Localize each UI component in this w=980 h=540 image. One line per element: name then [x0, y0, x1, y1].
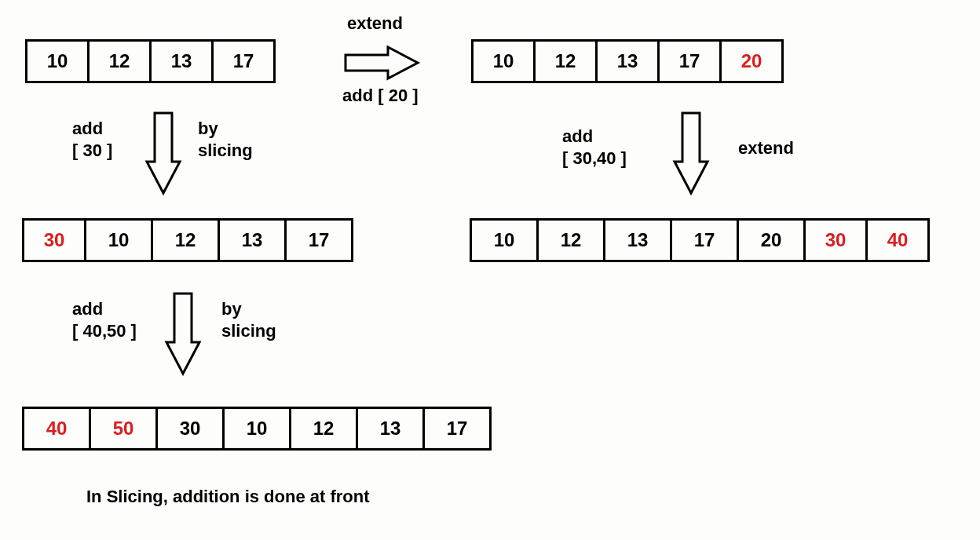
cell-new: 50: [89, 407, 158, 451]
cell: 17: [211, 39, 276, 83]
array-slice-4050: 40 50 30 10 12 13 17: [22, 407, 492, 451]
array-initial: 10 12 13 17: [25, 39, 276, 83]
cell: 30: [155, 407, 225, 451]
array-extend-3040: 10 12 13 17 20 30 40: [470, 218, 930, 262]
cell-new: 20: [719, 39, 784, 83]
svg-marker-2: [675, 113, 708, 193]
arrow-down-icon: [144, 110, 183, 196]
array-slice-30: 30 10 12 13 17: [22, 218, 353, 262]
cell: 13: [603, 218, 672, 262]
cell: 17: [422, 407, 492, 451]
cell: 10: [222, 407, 291, 451]
cell: 13: [356, 407, 425, 451]
cell: 12: [87, 39, 152, 83]
label-add-20: add [ 20 ]: [342, 85, 419, 107]
caption: In Slicing, addition is done at front: [86, 487, 370, 507]
cell: 13: [218, 218, 287, 262]
cell: 20: [737, 218, 806, 262]
cell-new: 30: [803, 218, 868, 262]
cell: 12: [536, 218, 605, 262]
arrow-down-icon: [671, 110, 711, 196]
arrow-down-icon: [163, 290, 203, 377]
cell: 17: [670, 218, 739, 262]
cell: 12: [533, 39, 598, 83]
cell: 13: [595, 39, 660, 83]
label-add-3040: add [ 30,40 ]: [562, 126, 627, 169]
cell: 17: [657, 39, 722, 83]
svg-marker-0: [346, 47, 418, 78]
label-extend: extend: [347, 13, 403, 35]
cell: 17: [284, 218, 353, 262]
cell: 10: [25, 39, 90, 83]
label-by-slicing: by slicing: [221, 298, 276, 341]
cell: 10: [84, 218, 153, 262]
label-add-30: add [ 30 ]: [72, 118, 112, 161]
label-add-4050: add [ 40,50 ]: [72, 298, 137, 341]
cell: 10: [470, 218, 539, 262]
array-extend-20: 10 12 13 17 20: [471, 39, 784, 83]
label-by-slicing: by slicing: [198, 118, 253, 161]
cell-new: 30: [22, 218, 86, 262]
cell: 12: [151, 218, 220, 262]
label-extend: extend: [738, 137, 794, 159]
cell-new: 40: [22, 407, 91, 451]
cell: 12: [289, 407, 358, 451]
arrow-right-icon: [342, 44, 421, 82]
diagram-root: { "arrays": { "topLeft": [ {"v":"10","re…: [0, 0, 980, 540]
cell: 10: [471, 39, 536, 83]
cell: 13: [149, 39, 214, 83]
svg-marker-3: [166, 294, 199, 374]
svg-marker-1: [147, 113, 180, 193]
cell-new: 40: [865, 218, 930, 262]
